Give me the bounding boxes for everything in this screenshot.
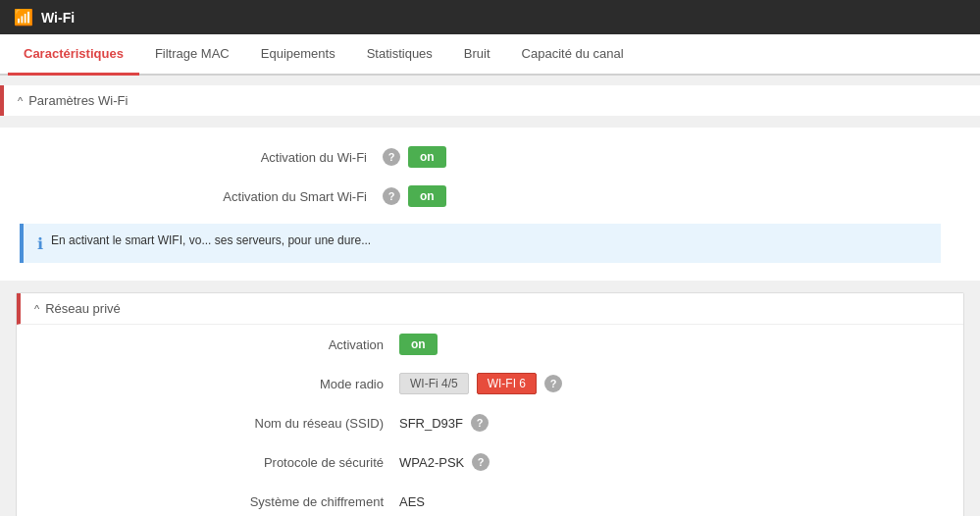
reseau-prive-header: ^ Réseau privé	[17, 293, 963, 325]
reseau-activation-label: Activation	[36, 337, 399, 352]
params-chevron[interactable]: ^	[18, 95, 23, 107]
activation-wifi-row: Activation du Wi-Fi ? on	[0, 137, 960, 177]
chiffrement-row: Système de chiffrement AES	[17, 482, 963, 516]
mode-radio-label: Mode radio	[36, 377, 399, 391]
reseau-prive-card: ^ Réseau privé Activation on Mode radio …	[16, 292, 964, 516]
ssid-text: SFR_D93F	[399, 416, 463, 431]
chiffrement-label: Système de chiffrement	[36, 494, 399, 509]
tab-bar: Caractéristiques Filtrage MAC Equipement…	[0, 34, 980, 76]
chiffrement-text: AES	[399, 494, 425, 509]
reseau-activation-row: Activation on	[17, 325, 963, 364]
ssid-label: Nom du réseau (SSID)	[36, 416, 399, 431]
mode-radio-row: Mode radio WI-Fi 4/5 WI-FI 6 ?	[17, 364, 963, 403]
activation-wifi-toggle[interactable]: on	[408, 146, 446, 168]
info-text: En activant le smart WIFI, vo... ses ser…	[51, 233, 371, 247]
protocole-help-icon[interactable]: ?	[472, 453, 490, 471]
mode-radio-option-45[interactable]: WI-Fi 4/5	[399, 373, 469, 394]
params-title: Paramètres Wi-Fi	[28, 93, 128, 108]
activation-wifi-help-icon[interactable]: ?	[383, 148, 400, 166]
mode-radio-help-icon[interactable]: ?	[544, 375, 562, 392]
activation-smart-wifi-row: Activation du Smart Wi-Fi ? on	[0, 177, 960, 216]
reseau-prive-chevron[interactable]: ^	[34, 303, 39, 315]
global-settings-form: Activation du Wi-Fi ? on Activation du S…	[0, 128, 980, 281]
tab-bruit[interactable]: Bruit	[448, 34, 506, 76]
reseau-activation-toggle[interactable]: on	[399, 334, 438, 355]
ssid-help-icon[interactable]: ?	[471, 414, 489, 432]
activation-wifi-value: ? on	[383, 146, 941, 168]
mode-radio-option-6[interactable]: WI-FI 6	[477, 373, 537, 394]
top-bar: 📶 Wi-Fi	[0, 0, 980, 34]
content-area: ^ Paramètres Wi-Fi Activation du Wi-Fi ?…	[0, 76, 980, 516]
tab-statistiques[interactable]: Statistiques	[351, 34, 448, 76]
ssid-row: Nom du réseau (SSID) SFR_D93F ?	[17, 403, 963, 442]
activation-smart-wifi-value: ? on	[383, 185, 941, 207]
protocole-text: WPA2-PSK	[399, 455, 464, 470]
tab-capacite[interactable]: Capacité du canal	[506, 34, 640, 76]
activation-wifi-label: Activation du Wi-Fi	[20, 150, 383, 165]
ssid-value: SFR_D93F ?	[399, 414, 944, 432]
chiffrement-value: AES	[399, 494, 944, 509]
tab-caracteristiques[interactable]: Caractéristiques	[8, 34, 139, 76]
info-icon: ℹ	[37, 234, 43, 253]
wifi-icon: 📶	[14, 8, 33, 26]
tab-filtrage-mac[interactable]: Filtrage MAC	[139, 34, 245, 76]
params-section-header: ^ Paramètres Wi-Fi	[0, 85, 980, 116]
protocole-value: WPA2-PSK ?	[399, 453, 944, 471]
tab-equipements[interactable]: Equipements	[245, 34, 351, 76]
reseau-activation-value: on	[399, 334, 944, 355]
smart-wifi-info-box: ℹ En activant le smart WIFI, vo... ses s…	[20, 224, 941, 263]
protocole-row: Protocole de sécurité WPA2-PSK ?	[17, 442, 963, 482]
activation-smart-wifi-help-icon[interactable]: ?	[383, 187, 400, 205]
activation-smart-wifi-toggle[interactable]: on	[408, 185, 446, 207]
reseau-prive-title: Réseau privé	[45, 301, 121, 316]
mode-radio-value: WI-Fi 4/5 WI-FI 6 ?	[399, 373, 944, 394]
activation-smart-wifi-label: Activation du Smart Wi-Fi	[20, 189, 383, 204]
protocole-label: Protocole de sécurité	[36, 455, 399, 470]
app-title: Wi-Fi	[41, 10, 75, 26]
